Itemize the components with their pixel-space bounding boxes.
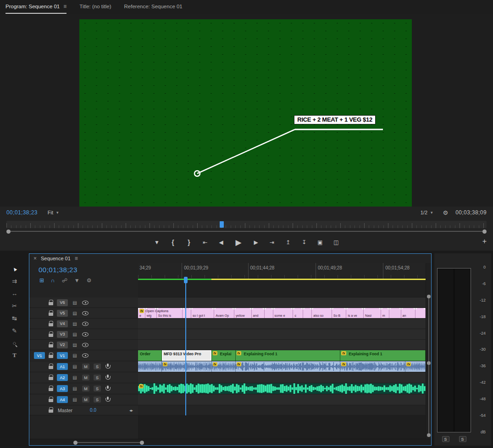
slip-tool[interactable]: ↹ (7, 312, 22, 324)
source-patch-v1[interactable]: V1 (34, 352, 45, 359)
caption-clip[interactable]: is a ve (346, 308, 364, 318)
lane-master[interactable] (138, 405, 426, 415)
audio-clip[interactable]: fx (405, 361, 426, 372)
mute-button[interactable]: M (82, 397, 89, 403)
source-patch-v6[interactable] (34, 299, 45, 306)
caption-clip[interactable]: wig (145, 308, 157, 318)
track-target-a4[interactable]: A4 (57, 396, 68, 403)
track-target-v3[interactable]: V3 (57, 331, 68, 338)
caption-clip[interactable]: c (293, 308, 303, 318)
sync-lock-icon[interactable]: ▤ (72, 342, 78, 347)
playhead-head[interactable] (184, 277, 188, 283)
caption-clip[interactable]: Avam Op (214, 308, 234, 318)
ripple-edit-tool[interactable]: ↔ (7, 287, 22, 299)
lane-v4[interactable] (138, 319, 426, 329)
video-clip[interactable]: MFD 9313 Video Pro (162, 350, 211, 361)
sync-lock-icon[interactable]: ▤ (72, 353, 78, 358)
caption-clip[interactable]: yellow (234, 308, 252, 318)
video-clip[interactable]: fxExplai (212, 350, 236, 361)
mark-in-button[interactable]: { (167, 237, 178, 248)
caption-clip[interactable] (265, 308, 273, 318)
track-output-icon[interactable] (82, 343, 89, 347)
caption-clip[interactable]: m (381, 308, 390, 318)
type-tool[interactable]: T (7, 349, 22, 361)
zoom-handle-left[interactable] (6, 230, 11, 234)
monitor-tab[interactable]: Title: (no title) (79, 0, 111, 14)
vertical-scrollbar[interactable] (426, 263, 431, 439)
pen-tool[interactable]: ✎ (7, 325, 22, 336)
lock-icon[interactable] (47, 397, 55, 403)
caption-clip[interactable] (389, 308, 401, 318)
source-patch-v3[interactable] (34, 331, 45, 338)
caption-clip[interactable]: So B (332, 308, 346, 318)
source-patch-a3[interactable] (34, 385, 45, 392)
monitor-scrubber[interactable] (0, 218, 493, 234)
source-patch-v5[interactable] (34, 310, 45, 317)
caption-clip[interactable] (303, 308, 312, 318)
solo-button[interactable]: S (94, 375, 101, 381)
voiceover-record-icon[interactable] (105, 397, 110, 403)
extract-button[interactable]: ↧ (299, 237, 310, 248)
razor-tool[interactable]: ✂ (7, 300, 22, 312)
audio-clip[interactable]: fx (340, 361, 405, 372)
timeline-tab[interactable]: Sequence 01 (41, 256, 71, 261)
audio-clip[interactable]: fx (162, 361, 211, 372)
settings-wrench-icon[interactable]: ⚙ (443, 209, 449, 216)
source-patch-a4[interactable] (34, 396, 45, 403)
audio-clip[interactable]: fx (138, 383, 426, 394)
track-target-v6[interactable]: V6 (57, 299, 68, 306)
panel-menu-icon[interactable]: ≡ (75, 255, 78, 262)
caption-clip[interactable]: so I got t (191, 308, 214, 318)
play-button[interactable]: ▶ (232, 237, 245, 248)
monitor-playhead[interactable] (220, 221, 224, 228)
panel-menu-icon[interactable]: ≡ (63, 3, 66, 10)
lock-icon[interactable] (47, 342, 55, 348)
caption-clip[interactable]: and (252, 308, 265, 318)
zoom-handle-right[interactable] (482, 230, 487, 234)
scrollbar-handle[interactable] (73, 440, 144, 445)
audio-clip[interactable] (138, 361, 162, 372)
solo-button[interactable]: S (94, 364, 101, 370)
add-marker-icon[interactable]: ▼ (74, 277, 80, 284)
track-output-icon[interactable] (82, 301, 89, 305)
nest-toggle-icon[interactable]: ⊞ (39, 277, 44, 284)
caption-clip[interactable]: e (138, 308, 145, 318)
track-select-forward-tool[interactable]: ⇉ (7, 275, 22, 287)
scrollbar-knob[interactable] (73, 441, 78, 445)
lock-icon[interactable] (47, 321, 55, 327)
timeline-ruler[interactable]: 34;2900;01;39;2900;01;44;2800;01;49;2800… (138, 263, 426, 279)
scrollbar-knob[interactable] (427, 433, 431, 437)
sync-lock-icon[interactable]: ▤ (72, 332, 78, 337)
lock-icon[interactable] (47, 386, 55, 392)
audio-clip[interactable]: fx (236, 361, 341, 372)
lock-icon[interactable] (47, 331, 55, 337)
step-back-button[interactable]: ◀ (216, 237, 227, 248)
scrollbar-knob[interactable] (427, 361, 431, 365)
comparison-view-button[interactable]: ◫ (331, 237, 342, 248)
track-target-v1[interactable]: V1 (57, 352, 68, 359)
mute-button[interactable]: M (82, 375, 89, 381)
video-clip[interactable]: fxExplaining Food 1 (340, 350, 426, 361)
sync-lock-icon[interactable]: ▤ (72, 311, 78, 316)
lane-v3[interactable] (138, 329, 426, 340)
playback-resolution-select[interactable]: 1/2 ▾ (418, 209, 436, 216)
button-editor-add[interactable]: + (482, 237, 487, 246)
sync-lock-icon[interactable]: ▤ (72, 300, 78, 305)
track-target-v4[interactable]: V4 (57, 320, 68, 327)
video-clip[interactable]: fxExplaining Food 1 (236, 350, 341, 361)
caption-clip[interactable] (415, 308, 426, 318)
caption-clip[interactable]: Nasi (364, 308, 381, 318)
zoom-level-select[interactable]: Fit ▾ (45, 209, 61, 216)
scrollbar-knob[interactable] (427, 295, 431, 298)
caption-clip[interactable] (183, 308, 191, 318)
go-to-in-button[interactable]: ⇤ (199, 237, 210, 248)
sync-lock-icon[interactable]: ▤ (72, 321, 78, 326)
lock-icon[interactable] (47, 375, 55, 381)
timeline-playhead[interactable] (185, 277, 186, 415)
lift-button[interactable]: ↥ (283, 237, 294, 248)
lock-icon[interactable] (47, 407, 55, 413)
track-output-icon[interactable] (82, 353, 89, 358)
lock-icon[interactable] (47, 364, 55, 370)
lane-a3[interactable]: fx (138, 383, 426, 394)
track-output-icon[interactable] (82, 322, 89, 326)
